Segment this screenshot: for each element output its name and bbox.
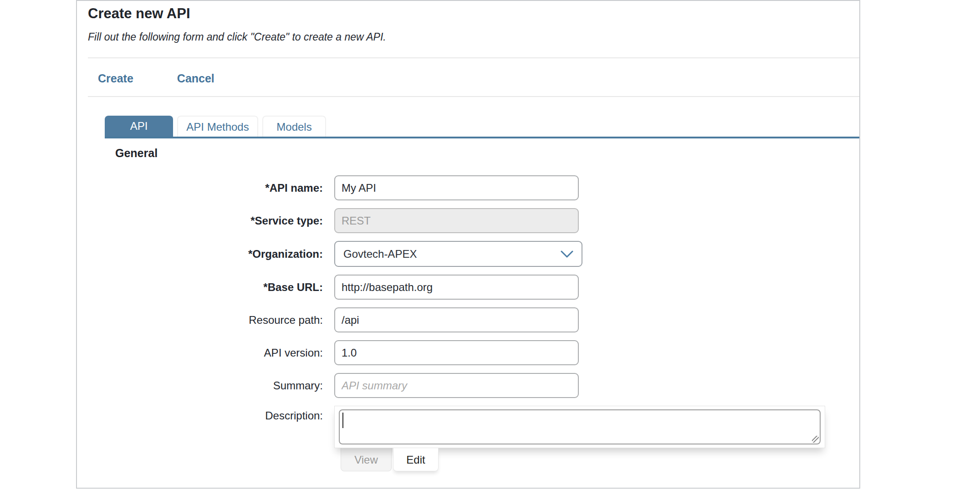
tab-models[interactable]: Models [262, 116, 326, 137]
form-row-description: Description: View Edit [77, 406, 859, 471]
tab-bar: API API Methods Models [105, 116, 859, 138]
form-row-summary: Summary: [77, 373, 859, 398]
action-bar: Create Cancel [98, 72, 214, 85]
form-row-resource-path: Resource path: [77, 307, 859, 332]
base-url-input[interactable] [334, 275, 579, 300]
api-form: *API name: *Service type: *Organization:… [77, 175, 859, 479]
summary-input[interactable] [334, 373, 579, 398]
chevron-down-icon [561, 250, 573, 258]
summary-label: Summary: [77, 379, 323, 392]
tab-view[interactable]: View [341, 448, 392, 471]
organization-label: *Organization: [77, 248, 323, 260]
cancel-button[interactable]: Cancel [177, 72, 214, 85]
create-button[interactable]: Create [98, 72, 133, 85]
section-heading-general: General [115, 147, 158, 160]
tab-edit[interactable]: Edit [393, 448, 439, 471]
resource-path-label: Resource path: [77, 314, 323, 327]
service-type-label: *Service type: [77, 214, 323, 227]
description-editor-tabs: View Edit [341, 448, 825, 471]
form-row-service-type: *Service type: [77, 208, 859, 233]
form-row-organization: *Organization: Govtech-APEX [77, 241, 859, 267]
text-cursor [342, 413, 343, 428]
resource-path-input[interactable] [334, 307, 579, 332]
divider-top [88, 57, 859, 58]
form-row-api-name: *API name: [77, 175, 859, 200]
form-row-base-url: *Base URL: [77, 275, 859, 300]
resize-handle[interactable] [812, 436, 819, 443]
tab-api-methods[interactable]: API Methods [177, 116, 258, 137]
page-subtitle: Fill out the following form and click "C… [88, 31, 386, 43]
api-version-input[interactable] [334, 340, 579, 365]
api-name-label: *API name: [77, 182, 323, 194]
page-title: Create new API [88, 5, 190, 22]
api-name-input[interactable] [334, 175, 579, 200]
organization-selected-value: Govtech-APEX [343, 248, 417, 260]
description-editor-panel [334, 406, 825, 448]
api-version-label: API version: [77, 347, 323, 359]
form-row-api-version: API version: [77, 340, 859, 365]
base-url-label: *Base URL: [77, 281, 323, 294]
organization-select[interactable]: Govtech-APEX [334, 241, 582, 267]
description-textarea[interactable] [339, 409, 821, 444]
divider-actions [88, 96, 859, 97]
service-type-input [334, 208, 579, 233]
description-label: Description: [77, 406, 323, 422]
tab-api[interactable]: API [105, 116, 173, 137]
description-editor: View Edit [334, 406, 825, 471]
create-api-panel: Create new API Fill out the following fo… [76, 0, 860, 489]
